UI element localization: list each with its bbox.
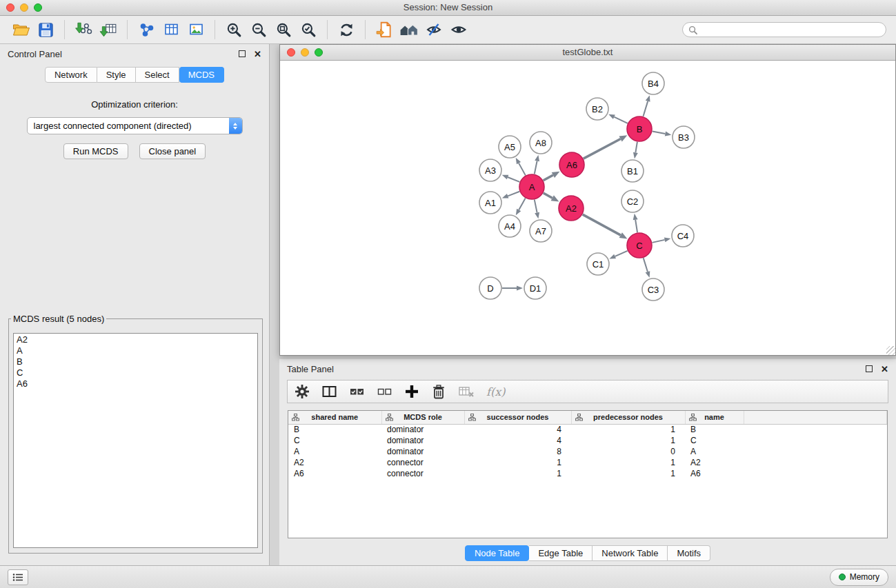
network-node-B3[interactable]: B3 xyxy=(673,126,695,148)
edge-A-A1[interactable] xyxy=(508,192,519,196)
table-cell[interactable]: A xyxy=(685,446,744,457)
zoom-in-button[interactable] xyxy=(221,19,246,41)
table-cell[interactable]: B xyxy=(685,424,744,435)
reset-view-button[interactable] xyxy=(397,19,421,41)
network-canvas[interactable]: B4B2BB3A5A8A6B1A3AA1A2C2A4A7C4CC1C3DD1 xyxy=(280,61,895,355)
close-panel-button[interactable]: Close panel xyxy=(139,143,206,159)
table-cell[interactable]: connector xyxy=(381,457,464,468)
table-row[interactable]: A6connector11A6 xyxy=(288,468,887,479)
edge-A-A4[interactable] xyxy=(519,199,525,210)
float-panel-icon[interactable] xyxy=(239,50,246,57)
table-cell[interactable]: 8 xyxy=(464,446,571,457)
new-network-button[interactable] xyxy=(134,19,159,41)
table-cell[interactable]: A6 xyxy=(288,468,381,479)
control-panel-tab-select[interactable]: Select xyxy=(136,67,179,83)
edge-A-A5[interactable] xyxy=(519,163,526,176)
optimization-criterion-dropdown[interactable]: largest connected component (directed) xyxy=(27,117,243,134)
deselect-all-rows-button[interactable] xyxy=(377,383,392,401)
select-all-rows-button[interactable] xyxy=(349,383,365,401)
column-header-successor-nodes[interactable]: successor nodes xyxy=(464,411,571,424)
table-settings-button[interactable] xyxy=(295,383,310,401)
table-row[interactable]: A2connector11A2 xyxy=(288,457,887,468)
table-row[interactable]: Cdominator41C xyxy=(288,435,887,446)
import-table-button[interactable] xyxy=(96,19,121,41)
network-node-A6[interactable]: A6 xyxy=(559,152,584,177)
network-node-B4[interactable]: B4 xyxy=(642,72,664,94)
float-table-panel-icon[interactable] xyxy=(866,365,873,372)
edge-A-A6[interactable] xyxy=(544,175,553,181)
network-node-C1[interactable]: C1 xyxy=(587,253,609,275)
table-cell[interactable]: 1 xyxy=(571,468,685,479)
network-node-A5[interactable]: A5 xyxy=(499,136,521,158)
create-column-button[interactable] xyxy=(404,383,419,401)
minimize-window-button[interactable] xyxy=(20,3,28,12)
column-header-shared-name[interactable]: shared name xyxy=(288,411,381,424)
table-cell[interactable]: 1 xyxy=(571,435,685,446)
network-node-B[interactable]: B xyxy=(627,116,652,141)
network-node-A3[interactable]: A3 xyxy=(479,159,501,181)
zoom-out-button[interactable] xyxy=(246,19,271,41)
mcds-result-item[interactable]: A6 xyxy=(17,378,255,389)
table-cell[interactable]: 1 xyxy=(571,457,685,468)
close-network-window-button[interactable] xyxy=(287,48,295,57)
table-tab-edge-table[interactable]: Edge Table xyxy=(529,545,593,561)
column-header-predecessor-nodes[interactable]: predecessor nodes xyxy=(571,411,685,424)
network-node-C4[interactable]: C4 xyxy=(672,225,694,247)
network-node-B1[interactable]: B1 xyxy=(621,160,644,182)
control-panel-tab-mcds[interactable]: MCDS xyxy=(179,67,224,83)
table-cell[interactable]: dominator xyxy=(381,424,464,435)
column-header-name[interactable]: name xyxy=(685,411,744,424)
network-node-C3[interactable]: C3 xyxy=(642,278,664,301)
edge-C-C1[interactable] xyxy=(615,251,628,256)
memory-button[interactable]: Memory xyxy=(830,569,888,586)
table-cell[interactable]: 0 xyxy=(571,446,685,457)
network-node-C[interactable]: C xyxy=(627,233,652,258)
mcds-result-item[interactable]: A xyxy=(17,345,255,356)
mcds-result-item[interactable]: A2 xyxy=(17,334,255,345)
table-tab-node-table[interactable]: Node Table xyxy=(465,545,530,561)
close-window-button[interactable] xyxy=(6,3,14,12)
edge-C-C2[interactable] xyxy=(635,220,637,233)
minimize-network-window-button[interactable] xyxy=(301,48,309,57)
table-cell[interactable]: 4 xyxy=(464,424,571,435)
open-file-button[interactable] xyxy=(8,19,33,41)
delete-columns-button[interactable] xyxy=(431,383,446,401)
network-node-A2[interactable]: A2 xyxy=(559,196,584,221)
table-tab-motifs[interactable]: Motifs xyxy=(668,545,710,561)
table-row[interactable]: Adominator80A xyxy=(288,446,887,457)
node-table-container[interactable]: shared nameMCDS rolesuccessor nodesprede… xyxy=(288,410,888,538)
save-session-button[interactable] xyxy=(33,19,58,41)
network-node-A8[interactable]: A8 xyxy=(530,132,552,154)
network-node-A[interactable]: A xyxy=(519,174,544,199)
zoom-selected-button[interactable] xyxy=(296,19,321,41)
mcds-result-list[interactable]: A2ABCA6 xyxy=(13,333,258,548)
control-panel-tab-network[interactable]: Network xyxy=(45,67,97,83)
table-cell[interactable]: C xyxy=(288,435,381,446)
table-cell[interactable]: C xyxy=(685,435,744,446)
resize-grip-icon[interactable] xyxy=(886,346,895,355)
column-header-MCDS-role[interactable]: MCDS role xyxy=(381,411,464,424)
toggle-column-display-button[interactable] xyxy=(321,383,337,401)
zoom-network-window-button[interactable] xyxy=(315,48,323,57)
search-input[interactable] xyxy=(701,24,880,36)
edge-A-A7[interactable] xyxy=(535,200,537,213)
table-cell[interactable]: 1 xyxy=(464,468,571,479)
network-node-D1[interactable]: D1 xyxy=(524,277,546,299)
table-cell[interactable]: A2 xyxy=(288,457,381,468)
close-panel-icon[interactable]: ✕ xyxy=(254,50,261,59)
network-node-B2[interactable]: B2 xyxy=(586,98,608,120)
edge-B-B3[interactable] xyxy=(653,132,666,134)
table-cell[interactable]: 4 xyxy=(464,435,571,446)
network-node-C2[interactable]: C2 xyxy=(621,190,644,212)
zoom-window-button[interactable] xyxy=(34,3,42,12)
run-mcds-button[interactable]: Run MCDS xyxy=(63,143,128,159)
table-cell[interactable]: dominator xyxy=(381,435,464,446)
network-graph[interactable]: B4B2BB3A5A8A6B1A3AA1A2C2A4A7C4CC1C3DD1 xyxy=(280,61,895,355)
edge-A2-C[interactable] xyxy=(583,214,621,235)
edge-A-A3[interactable] xyxy=(508,177,519,182)
close-table-panel-icon[interactable]: ✕ xyxy=(881,365,888,374)
network-node-A7[interactable]: A7 xyxy=(530,220,552,242)
edge-A-A8[interactable] xyxy=(535,161,537,174)
mcds-result-item[interactable]: C xyxy=(17,367,255,378)
table-cell[interactable]: A2 xyxy=(685,457,744,468)
